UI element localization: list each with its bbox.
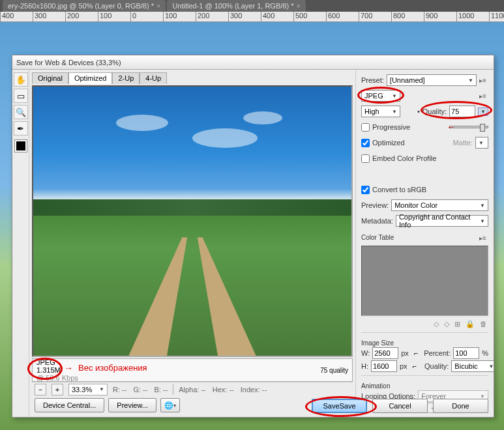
trash-icon[interactable]: 🗑 bbox=[480, 320, 487, 328]
quality-input[interactable] bbox=[449, 106, 475, 117]
tab-original[interactable]: Original bbox=[32, 72, 68, 84]
ct-icon[interactable]: ◇ bbox=[434, 320, 439, 328]
info-format: JPEG bbox=[37, 358, 78, 366]
progressive-checkbox[interactable] bbox=[361, 123, 370, 132]
horizontal-ruler: 4003002001000100200300400500600700800900… bbox=[0, 12, 504, 22]
tab-4up[interactable]: 4-Up bbox=[140, 72, 167, 84]
width-input[interactable] bbox=[372, 347, 398, 359]
tab-2up[interactable]: 2-Up bbox=[112, 72, 140, 84]
quality-label: Quality: bbox=[422, 108, 447, 115]
convert-srgb-checkbox[interactable] bbox=[361, 186, 370, 194]
color-table bbox=[361, 246, 488, 316]
preview-button[interactable]: Preview... bbox=[108, 398, 156, 412]
embed-profile-checkbox[interactable] bbox=[361, 154, 370, 163]
save-for-web-dialog: Save for Web & Devices (33,3%) ✋ ▭ 🔍 ✒ O… bbox=[12, 55, 494, 418]
zoom-out-button[interactable]: − bbox=[35, 384, 46, 395]
preset-label: Preset: bbox=[361, 76, 384, 84]
ct-icon[interactable]: ⊞ bbox=[454, 320, 460, 328]
tab-optimized[interactable]: Optimized bbox=[68, 72, 113, 84]
done-button[interactable]: Done bbox=[433, 399, 488, 413]
quality-preset-select[interactable]: High▼ bbox=[361, 106, 400, 117]
preview-info-bar: JPEG 1.315M @ 56.6 Kbps 75 quality → Вес… bbox=[32, 358, 353, 382]
lock-icon[interactable]: 🔒 bbox=[466, 320, 475, 328]
info-speed: @ 56.6 Kbps bbox=[37, 374, 78, 382]
zoom-in-button[interactable]: + bbox=[52, 384, 63, 395]
preview-area[interactable] bbox=[32, 85, 353, 357]
ct-icon[interactable]: ◇ bbox=[444, 320, 449, 328]
document-tab-1[interactable]: ery-2560x1600.jpg @ 50% (Layer 0, RGB/8)… bbox=[3, 0, 166, 12]
eyedropper-tool[interactable]: ✒ bbox=[14, 121, 28, 136]
device-central-button[interactable]: Device Central... bbox=[35, 398, 104, 412]
dialog-title: Save for Web & Devices (33,3%) bbox=[16, 59, 121, 66]
format-select[interactable]: JPEG▼ bbox=[361, 90, 400, 102]
zoom-select[interactable]: 33.3%▼ bbox=[68, 384, 108, 395]
hand-tool[interactable]: ✋ bbox=[14, 72, 28, 87]
close-icon[interactable]: × bbox=[296, 2, 300, 10]
tool-column: ✋ ▭ 🔍 ✒ bbox=[12, 70, 29, 417]
resample-select[interactable]: Bicubic▼ bbox=[451, 360, 494, 372]
menu-icon[interactable]: ▸≡ bbox=[479, 77, 488, 84]
matte-select[interactable]: ▼ bbox=[475, 137, 488, 149]
close-icon[interactable]: × bbox=[156, 2, 160, 10]
color-swatch[interactable] bbox=[15, 140, 27, 152]
cancel-button[interactable]: Cancel bbox=[372, 399, 428, 413]
percent-input[interactable] bbox=[453, 347, 479, 359]
optimized-checkbox[interactable] bbox=[361, 139, 370, 147]
color-table-label: Color Table bbox=[361, 234, 488, 241]
slice-tool[interactable]: ▭ bbox=[14, 89, 28, 103]
menu-icon[interactable]: ▸≡ bbox=[479, 235, 488, 242]
save-button[interactable]: SaveSave bbox=[312, 399, 367, 413]
quality-dropdown-icon[interactable]: ▼ bbox=[478, 108, 488, 116]
info-size: 1.315M bbox=[37, 366, 78, 374]
height-input[interactable] bbox=[371, 360, 397, 372]
preset-select[interactable]: [Unnamed]▼ bbox=[387, 74, 477, 86]
menu-icon[interactable]: ▸≡ bbox=[479, 93, 488, 100]
document-tab-2[interactable]: Untitled-1 @ 100% (Layer 1, RGB/8) *× bbox=[167, 0, 305, 12]
preview-select[interactable]: Monitor Color▼ bbox=[391, 199, 488, 211]
info-quality: 75 quality bbox=[320, 367, 348, 374]
quality-slider[interactable] bbox=[449, 126, 488, 128]
annotation-weight: Вес изображения bbox=[78, 363, 147, 373]
dialog-title-bar[interactable]: Save for Web & Devices (33,3%) bbox=[12, 55, 494, 70]
browser-preview-button[interactable]: 🌐▾ bbox=[160, 398, 180, 412]
zoom-tool[interactable]: 🔍 bbox=[14, 105, 28, 119]
metadata-select[interactable]: Copyright and Contact Info▼ bbox=[396, 215, 488, 227]
